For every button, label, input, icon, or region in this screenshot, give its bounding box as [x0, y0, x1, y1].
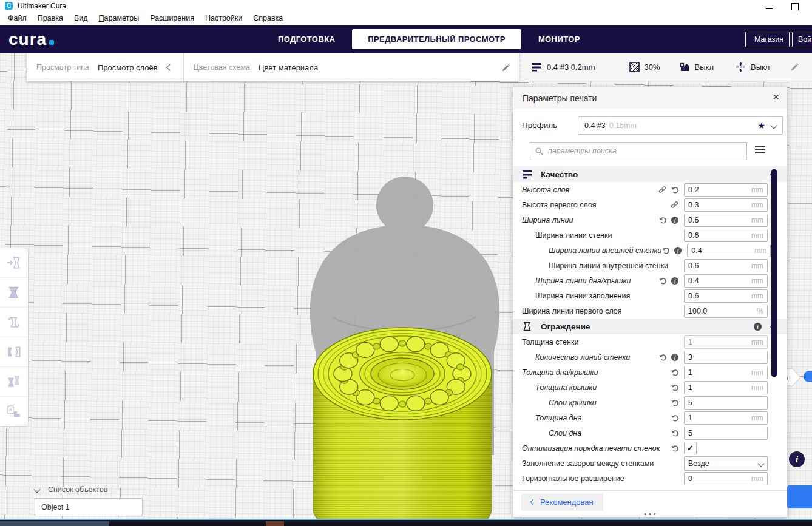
fx-icon[interactable]: f [671, 277, 679, 285]
chevron-down-icon [757, 460, 764, 467]
sign-in-button[interactable]: Войти [789, 32, 812, 47]
setting-value-field[interactable]: 5 [684, 427, 768, 440]
color-scheme-value[interactable]: Цвет материала [259, 63, 318, 72]
revert-icon[interactable] [671, 429, 679, 437]
revert-icon[interactable] [671, 414, 679, 422]
menu-edit[interactable]: Правка [32, 13, 69, 24]
fx-icon[interactable]: f [671, 216, 679, 224]
fx-icon[interactable]: f [674, 246, 682, 255]
rotate-tool[interactable] [0, 308, 28, 337]
scale-tool[interactable] [0, 278, 28, 308]
setting-value-field[interactable]: 1mm [684, 366, 768, 379]
minimize-button[interactable] [766, 2, 773, 9]
setting-value-field[interactable]: 1mm [684, 381, 768, 394]
object-list-item[interactable]: Object 1 [35, 498, 143, 516]
setting-value-field[interactable]: 0.6mm [684, 214, 768, 227]
support-blocker-tool-icon [6, 403, 22, 419]
menu-preferences[interactable]: Настройки [200, 13, 248, 24]
scrollbar-thumb[interactable] [771, 169, 777, 377]
info-button[interactable]: i [789, 451, 805, 467]
summary-support: Выкл [680, 62, 714, 72]
setting-value-field[interactable]: 0.6mm [684, 229, 768, 242]
per-model-settings-tool[interactable] [0, 367, 28, 397]
setting-label: Ширина линии первого слоя [522, 307, 622, 315]
revert-icon[interactable] [658, 216, 667, 224]
link-icon[interactable] [670, 201, 679, 209]
settings-menu-icon[interactable] [755, 146, 765, 155]
setting-select[interactable]: Везде [684, 456, 768, 471]
settings-search[interactable] [530, 142, 747, 160]
chevron-left-icon[interactable] [166, 64, 173, 70]
panel-header[interactable]: Параметры печати × [513, 87, 787, 109]
print-settings-summary[interactable]: 0.4 #3 0.2mm 30% Выкл Выкл [522, 53, 812, 81]
summary-quality: 0.4 #3 0.2mm [532, 62, 595, 72]
setting-value-field[interactable]: 3 [684, 351, 768, 364]
tab-monitor[interactable]: МОНИТОР [521, 29, 597, 50]
layers-icon [532, 62, 542, 72]
setting-checkbox[interactable]: ✓ [684, 442, 697, 454]
search-input[interactable] [547, 146, 742, 156]
pencil-icon[interactable] [790, 62, 799, 72]
revert-icon[interactable] [671, 368, 679, 377]
settings-section-header[interactable]: Ограждениеi [513, 319, 787, 334]
maximize-button[interactable] [791, 3, 799, 10]
setting-row: Толщина дна/крышки 1mm [513, 365, 787, 380]
setting-value-field[interactable]: 0mm [684, 472, 768, 485]
revert-icon[interactable] [661, 246, 670, 255]
model-3d-preview[interactable] [290, 170, 521, 519]
revert-icon[interactable] [671, 383, 679, 392]
revert-icon[interactable] [658, 277, 667, 285]
action-panel-button[interactable] [787, 485, 812, 508]
menu-help[interactable]: Справка [248, 13, 288, 24]
star-icon[interactable]: ★ [757, 121, 765, 130]
pencil-icon[interactable] [501, 63, 510, 72]
menu-view[interactable]: Вид [69, 13, 93, 24]
setting-row: Количество линий стенки f 3 [513, 349, 787, 365]
fx-icon[interactable]: f [671, 353, 679, 362]
tab-prepare[interactable]: ПОДГОТОВКА [261, 29, 352, 50]
mirror-tool[interactable] [0, 337, 28, 367]
recommended-mode-button[interactable]: Рекомендован [521, 493, 603, 511]
info-icon[interactable]: i [753, 322, 762, 331]
model-sliced-body [313, 328, 492, 519]
move-tool[interactable] [0, 248, 28, 278]
setting-value-field[interactable]: 0.6mm [684, 259, 768, 272]
setting-label: Ширина линии внешней стенки [522, 246, 661, 255]
setting-value-field[interactable]: 0.2mm [684, 183, 768, 197]
object-list-toggle[interactable]: Список объектов [35, 485, 107, 494]
menu-extensions[interactable]: Расширения [144, 13, 200, 24]
revert-icon[interactable] [658, 353, 667, 362]
profile-dropdown[interactable]: 0.4 #3 0.15mm ★ [578, 116, 783, 135]
menu-file[interactable]: Файл [2, 13, 32, 24]
tab-preview[interactable]: ПРЕДВАРИТЕЛЬНЫЙ ПРОСМОТР [352, 29, 521, 49]
setting-value-field[interactable]: 0.6mm [684, 289, 768, 303]
setting-label: Высота слоя [522, 186, 569, 194]
revert-icon[interactable] [671, 186, 679, 194]
setting-label: Толщина дна/крышки [522, 368, 598, 377]
panel-resize-handle[interactable] [645, 513, 656, 515]
setting-value-field[interactable]: 1mm [684, 411, 768, 425]
setting-label: Слои крышки [522, 399, 597, 407]
view-type-value[interactable]: Просмотр слоёв [98, 63, 158, 72]
summary-infill: 30% [629, 62, 660, 72]
revert-icon[interactable] [671, 399, 679, 407]
marketplace-button[interactable]: Магазин [745, 32, 793, 47]
setting-value-field[interactable]: 0.4mm [684, 274, 768, 288]
support-blocker-tool[interactable] [0, 397, 28, 426]
setting-label: Оптимизация порядка печати стенок [522, 444, 660, 453]
setting-value-field[interactable]: 1mm [684, 335, 768, 349]
menu-settings[interactable]: Параметры [93, 13, 145, 24]
settings-section-header[interactable]: Качество [513, 166, 787, 182]
layer-slider-handle[interactable] [804, 371, 812, 382]
setting-value-field[interactable]: 0.3mm [684, 198, 768, 212]
setting-value-field[interactable]: 5 [684, 396, 768, 410]
revert-icon[interactable] [671, 444, 679, 453]
setting-value-field[interactable]: 0.4mm [687, 244, 771, 257]
link-icon[interactable] [658, 186, 667, 194]
app-icon: C [5, 2, 13, 10]
close-icon[interactable]: × [773, 91, 779, 103]
view-type-label: Просмотр типа [36, 63, 89, 72]
window-titlebar[interactable]: C Ultimaker Cura [0, 0, 812, 12]
logo-dot [49, 40, 54, 45]
setting-value-field[interactable]: 100.0% [684, 305, 768, 318]
